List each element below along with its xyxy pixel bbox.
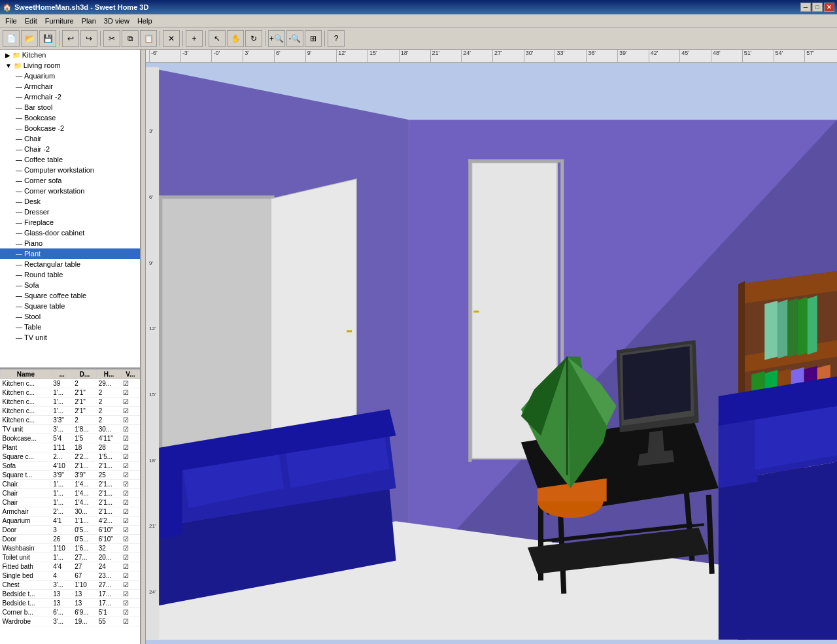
tree-item-square-coffee-table[interactable]: —Square coffee table (0, 290, 140, 301)
tree-item-armchair[interactable]: —Armchair (0, 81, 140, 92)
table-row[interactable]: Toilet unit1'...27...20...☑ (1, 553, 140, 562)
tree-item-piano[interactable]: —Piano (0, 238, 140, 248)
menu-item-plan[interactable]: Plan (78, 16, 100, 26)
table-row[interactable]: Square c...2...2'2...1'5...☑ (1, 452, 140, 462)
tree-item-tv-unit[interactable]: —TV unit (0, 332, 140, 343)
table-row[interactable]: Washbasin1'101'6...32☑ (1, 544, 140, 553)
tree-item-label: Piano (24, 239, 43, 247)
tree-item-bar-stool[interactable]: —Bar stool (0, 102, 140, 112)
table-row[interactable]: Door30'5...6'10"☑ (1, 526, 140, 535)
table-row[interactable]: Corner b...6'...6'9...5'1☑ (1, 608, 140, 617)
table-row[interactable]: Chest3'...1'1027...☑ (1, 581, 140, 590)
ruler-mark: 18' (399, 50, 409, 62)
tree-item-kitchen[interactable]: ▶ 📁Kitchen (0, 50, 140, 60)
tree-item-computer-workstation[interactable]: —Computer workstation (0, 165, 140, 175)
toolbar-add-furniture-button[interactable]: + (186, 30, 203, 47)
tree-item-bookcase-2[interactable]: —Bookcase -2 (0, 123, 140, 133)
table-row[interactable]: Bookcase...5'41'54'11"☑ (1, 434, 140, 443)
tree-item-round-table[interactable]: —Round table (0, 269, 140, 280)
table-row[interactable]: Plant1'111828☑ (1, 443, 140, 452)
tree-item-chair[interactable]: —Chair (0, 133, 140, 144)
tree-item-label: Living room (24, 61, 61, 69)
menu-item-3d-view[interactable]: 3D view (100, 16, 133, 26)
tree-item-rectangular-table[interactable]: —Rectangular table (0, 259, 140, 269)
properties-panel[interactable]: Name...D...H...V... Kitchen c...39229...… (0, 369, 140, 644)
tree-view[interactable]: ▶ 📁Kitchen ▼ 📁Living room —Aquarium —Arm… (0, 50, 140, 369)
table-row[interactable]: Bedside t...131317...☑ (1, 599, 140, 608)
table-row[interactable]: Chair1'...1'4...2'1...☑ (1, 480, 140, 489)
menu-item-file[interactable]: File (1, 16, 21, 26)
menu-item-edit[interactable]: Edit (21, 16, 41, 26)
toolbar-copy-button[interactable]: ⧉ (122, 30, 139, 47)
table-row[interactable]: Armchair2'...30...2'1...☑ (1, 507, 140, 517)
table-row[interactable]: Bedside t...131317...☑ (1, 590, 140, 599)
ruler-mark: 3' (243, 50, 249, 62)
toolbar-paste-button[interactable]: 📋 (140, 30, 157, 47)
tree-item-fireplace[interactable]: —Fireplace (0, 217, 140, 228)
toolbar-new-button[interactable]: 📄 (3, 30, 20, 47)
toolbar-zoom-in-button[interactable]: +🔍 (268, 30, 285, 47)
table-row[interactable]: Kitchen c...1'...2'1"2☑ (1, 407, 140, 416)
table-cell: Single bed (1, 571, 52, 581)
toolbar-delete-button[interactable]: ✕ (163, 30, 180, 47)
menu-item-furniture[interactable]: Furniture (41, 16, 78, 26)
furniture-icon: — (16, 146, 22, 153)
prop-table-header: Name...D...H...V... (1, 370, 140, 379)
maximize-button[interactable]: □ (812, 3, 823, 12)
tree-item-armchair-2[interactable]: —Armchair -2 (0, 92, 140, 102)
tree-item-desk[interactable]: —Desk (0, 196, 140, 207)
tree-item-stool[interactable]: —Stool (0, 311, 140, 322)
tree-item-bookcase[interactable]: —Bookcase (0, 112, 140, 123)
table-row[interactable]: Single bed46723...☑ (1, 571, 140, 581)
toolbar-open-button[interactable]: 📂 (21, 30, 38, 47)
tree-item-dresser[interactable]: —Dresser (0, 207, 140, 217)
table-cell: 1'... (51, 553, 73, 562)
toolbar-redo-button[interactable]: ↪ (80, 30, 97, 47)
toolbar-cut-button[interactable]: ✂ (103, 30, 120, 47)
toolbar-select-button[interactable]: ↖ (209, 30, 226, 47)
tree-item-coffee-table[interactable]: —Coffee table (0, 154, 140, 165)
tree-item-glass-door-cabinet[interactable]: —Glass-door cabinet (0, 228, 140, 238)
minimize-button[interactable]: ─ (800, 3, 811, 12)
tree-item-chair-2[interactable]: —Chair -2 (0, 144, 140, 154)
tree-item-aquarium[interactable]: —Aquarium (0, 71, 140, 81)
table-row[interactable]: Fitted bath4'42724☑ (1, 562, 140, 571)
table-row[interactable]: Kitchen c...3'3"22☑ (1, 416, 140, 425)
furniture-icon: — (16, 313, 22, 320)
table-row[interactable]: Chair1'...1'4...2'1...☑ (1, 498, 140, 507)
toolbar-help-button[interactable]: ? (328, 30, 345, 47)
3d-canvas[interactable]: 3' 6' 9' 12' 15' 18' 21' 24' (146, 63, 837, 644)
tree-item-label: Square coffee table (24, 292, 86, 299)
table-row[interactable]: Kitchen c...39229...☑ (1, 379, 140, 388)
table-row[interactable]: Chair1'...1'4...2'1...☑ (1, 489, 140, 498)
toolbar-zoom-out-button[interactable]: -🔍 (286, 30, 303, 47)
tree-indent (3, 313, 16, 320)
table-row[interactable]: Door260'5...6'10"☑ (1, 535, 140, 544)
tree-item-table[interactable]: —Table (0, 322, 140, 332)
toolbar-zoom-fit-button[interactable]: ⊞ (305, 30, 322, 47)
toolbar-pan-button[interactable]: ✋ (227, 30, 244, 47)
tree-item-sofa[interactable]: —Sofa (0, 280, 140, 290)
table-row[interactable]: TV unit3'...1'8...30...☑ (1, 425, 140, 434)
table-cell: 4'10 (51, 462, 73, 471)
toolbar-undo-button[interactable]: ↩ (62, 30, 79, 47)
toolbar-rotate-button[interactable]: ↻ (245, 30, 262, 47)
close-button[interactable]: ✕ (824, 3, 834, 12)
tree-indent (3, 292, 16, 299)
table-row[interactable]: Kitchen c...1'...2'1"2☑ (1, 398, 140, 407)
table-row[interactable]: Kitchen c...1'...2'1"2☑ (1, 388, 140, 398)
ruler-mark: 57' (804, 50, 814, 62)
tree-item-living-room[interactable]: ▼ 📁Living room (0, 60, 140, 71)
toolbar-save-button[interactable]: 💾 (39, 30, 56, 47)
table-row[interactable]: Sofa4'102'1...2'1...☑ (1, 462, 140, 471)
tree-item-corner-workstation[interactable]: —Corner workstation (0, 186, 140, 196)
table-row[interactable]: Aquarium4'11'1...4'2...☑ (1, 517, 140, 526)
tree-item-plant[interactable]: —Plant (0, 248, 140, 259)
table-row[interactable]: Square t...3'9"3'9"25☑ (1, 471, 140, 480)
table-row[interactable]: Wardrobe3'...19...55☑ (1, 617, 140, 626)
tree-item-corner-sofa[interactable]: —Corner sofa (0, 175, 140, 186)
tree-item-square-table[interactable]: —Square table (0, 301, 140, 311)
menu-item-help[interactable]: Help (133, 16, 156, 26)
resize-handle[interactable] (141, 50, 146, 644)
table-cell: Kitchen c... (1, 407, 52, 416)
